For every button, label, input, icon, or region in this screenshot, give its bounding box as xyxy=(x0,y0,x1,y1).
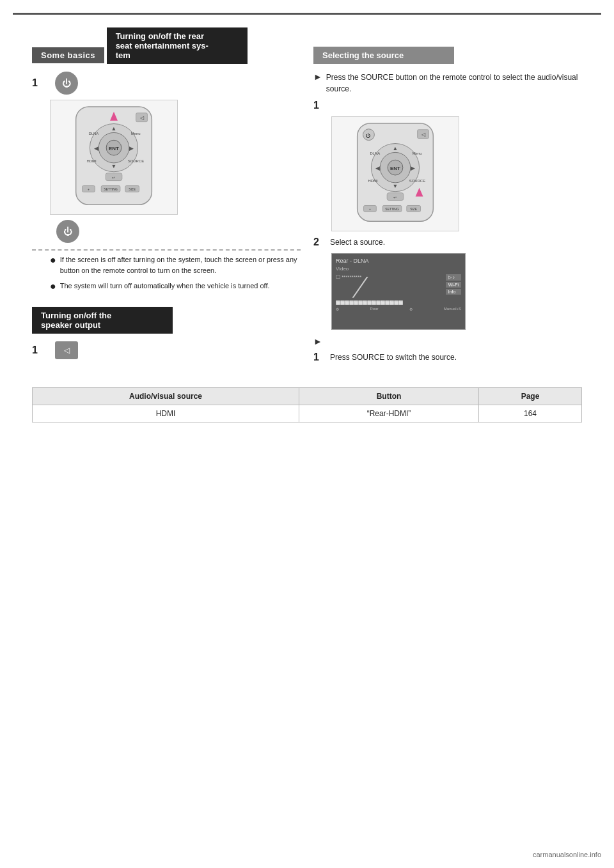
bullet2-marker: ● xyxy=(50,281,56,291)
svg-text:ENT: ENT xyxy=(109,146,119,151)
screen-right-buttons: ▷ ♪ Wi-Fi Info xyxy=(446,274,461,298)
intro-text: Press the SOURCE button on the remote co… xyxy=(326,72,582,95)
svg-text:▲: ▲ xyxy=(111,125,117,132)
main-content: Some basics Turning on/off the rear seat… xyxy=(13,21,601,375)
dlna-screen-image: Rear - DLNA Video ☐ ********** ╱ ▷ ♪ Wi-… xyxy=(331,253,466,330)
remote-control-image-left: ENT ▲ ▼ ◀ ▶ DLNA Menu HDMI SOURCE ↩ xyxy=(50,100,178,215)
right-step2-number: 2 xyxy=(313,236,326,248)
table-row: HDMI “Rear-HDMI” 164 xyxy=(33,405,582,422)
right-column: Selecting the source ► Press the SOURCE … xyxy=(313,27,582,368)
svg-text:▶: ▶ xyxy=(129,145,134,151)
svg-text:▼: ▼ xyxy=(111,163,117,169)
screen-logo-shape: ╱ xyxy=(353,277,443,298)
page-container: Some basics Turning on/off the rear seat… xyxy=(0,0,614,868)
screen-content-row: ☐ ********** ╱ ▷ ♪ Wi-Fi Info xyxy=(336,274,461,298)
screen-btn-play: ▷ ♪ xyxy=(446,274,461,281)
table-header-button: Button xyxy=(299,388,479,405)
step2-row: 1 ◁ xyxy=(32,341,301,359)
bullet1-text: If the screen is off after turning on th… xyxy=(60,254,301,275)
note-box: ● If the screen is off after turning on … xyxy=(32,249,301,291)
svg-text:◀: ◀ xyxy=(94,145,98,151)
svg-text:SOURCE: SOURCE xyxy=(409,179,425,183)
left-column: Some basics Turning on/off the rear seat… xyxy=(32,27,301,368)
power-button-icon: ⏻ xyxy=(55,72,78,95)
right-step3-text: Press SOURCE to switch the source. xyxy=(330,352,582,363)
svg-text:▲: ▲ xyxy=(393,145,398,151)
screen-bottom-icons: ⚙ Rear ⚙ Manual+S xyxy=(336,307,461,311)
arrow2: ► xyxy=(313,336,322,346)
step2-number: 1 xyxy=(32,345,45,356)
svg-text:◁: ◁ xyxy=(421,132,426,137)
screen-title: Rear - DLNA xyxy=(336,258,461,264)
svg-text:↩: ↩ xyxy=(113,176,116,180)
svg-text:◀: ◀ xyxy=(375,165,380,171)
svg-text:↩: ↩ xyxy=(394,196,397,199)
bullet2-row: ● The system will turn off automatically… xyxy=(41,281,301,291)
remote-control-image-right: ⏻ ◁ ENT ▲ ▼ ◀ ▶ DLNA Menu xyxy=(331,116,459,231)
svg-text:◁: ◁ xyxy=(140,115,145,121)
right-step2-text: Select a source. xyxy=(330,236,582,248)
svg-text:SETTING: SETTING xyxy=(385,208,399,211)
svg-text:SOURCE: SOURCE xyxy=(128,159,144,163)
screen-video-label: Video xyxy=(336,266,461,272)
svg-text:+: + xyxy=(88,188,90,191)
svg-text:Menu: Menu xyxy=(413,151,422,155)
source-table: Audio/visual source Button Page HDMI “Re… xyxy=(32,387,582,422)
svg-text:DLNA: DLNA xyxy=(88,132,98,136)
intro-arrow: ► xyxy=(313,72,322,82)
svg-text:▼: ▼ xyxy=(393,183,398,189)
svg-text:SIZE: SIZE xyxy=(410,208,418,211)
dlna-screen-inner: Rear - DLNA Video ☐ ********** ╱ ▷ ♪ Wi-… xyxy=(332,254,465,329)
step1-number: 1 xyxy=(32,77,45,89)
intro-arrow-row: ► Press the SOURCE button on the remote … xyxy=(313,72,582,95)
table-cell-page: 164 xyxy=(478,405,581,422)
power-button-icon-2: ⏻ xyxy=(56,220,79,243)
bullet2-text: The system will turn off automatically w… xyxy=(60,281,270,291)
right-step3-row: 1 Press SOURCE to switch the source. xyxy=(313,352,582,363)
svg-text:+: + xyxy=(369,208,371,211)
screen-btn-info: Info xyxy=(446,289,461,295)
svg-text:DLNA: DLNA xyxy=(370,151,380,155)
speaker-button-icon: ◁ xyxy=(55,341,78,359)
svg-text:HDMI: HDMI xyxy=(368,179,377,183)
section-header: Some basics xyxy=(32,47,104,63)
step1-row: 1 ⏻ xyxy=(32,72,301,95)
svg-text:Menu: Menu xyxy=(131,132,141,136)
power-btn-below-remote: ⏻ xyxy=(50,220,301,243)
table-header-source: Audio/visual source xyxy=(33,388,299,405)
right-step1-number: 1 xyxy=(313,100,326,111)
subsection1-header: Turning on/off the rear seat entertainme… xyxy=(107,27,248,64)
bottom-table-container: Audio/visual source Button Page HDMI “Re… xyxy=(32,387,582,422)
screen-left-content: ☐ ********** ╱ xyxy=(336,274,442,298)
top-divider xyxy=(13,13,601,15)
table-header-row: Audio/visual source Button Page xyxy=(33,388,582,405)
svg-text:HDMI: HDMI xyxy=(86,159,96,163)
right-step2-row: 2 Select a source. xyxy=(313,236,582,248)
svg-text:⏻: ⏻ xyxy=(366,133,371,139)
arrow2-row: ► xyxy=(313,336,582,346)
table-cell-button: “Rear-HDMI” xyxy=(299,405,479,422)
screen-btn-wifi: Wi-Fi xyxy=(446,282,461,288)
screen-bottom-dots: ⬜⬜⬜⬜⬜⬜⬜⬜⬜⬜⬜⬜⬜⬜⬜ xyxy=(336,300,461,305)
svg-text:SETTING: SETTING xyxy=(104,188,118,191)
svg-text:ENT: ENT xyxy=(390,166,400,171)
bullet1-marker: ● xyxy=(50,255,56,265)
table-cell-source: HDMI xyxy=(33,405,299,422)
right-section-header: Selecting the source xyxy=(313,47,454,64)
svg-text:SIZE: SIZE xyxy=(129,188,136,191)
right-step3-number: 1 xyxy=(313,352,326,363)
subsection2-header: Turning on/off the speaker output xyxy=(32,307,173,334)
right-step1-row: 1 xyxy=(313,100,582,111)
svg-text:▶: ▶ xyxy=(411,165,415,171)
table-header-page: Page xyxy=(478,388,581,405)
bullet1-row: ● If the screen is off after turning on … xyxy=(41,254,301,275)
footer-logo: carmanualsonline.info xyxy=(533,851,601,858)
